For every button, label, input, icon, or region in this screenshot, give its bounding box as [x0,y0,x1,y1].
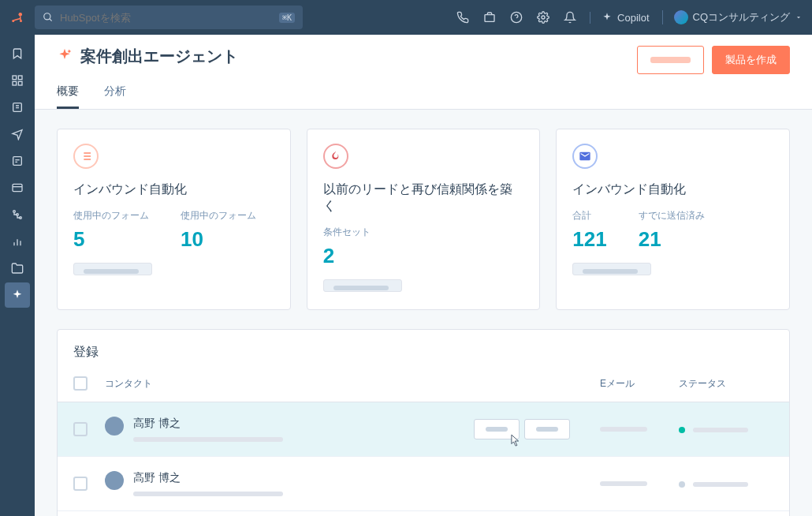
phone-icon[interactable] [456,10,470,24]
search-shortcut: ⌘K [279,13,295,23]
card-footer-placeholder [73,263,152,275]
tab-分析[interactable]: 分析 [104,77,126,109]
sidebar-crm[interactable] [5,95,30,120]
envelope-icon [572,144,598,169]
sparkle-icon [602,12,613,23]
sidebar-ai-agent[interactable] [5,282,30,308]
col-header-status: ステータス [679,377,773,391]
row-action-button[interactable] [524,419,570,439]
row-action-button[interactable] [474,419,520,439]
page-title: 案件創出エージェント [80,46,238,67]
sidebar-reporting[interactable] [5,229,30,254]
sidebar-marketing[interactable] [5,122,30,147]
sparkle-icon [57,47,73,66]
account-avatar [674,10,688,24]
row-checkbox[interactable] [73,477,88,491]
account-label: CQコンサルティング [693,10,791,24]
card-title: 以前のリードと再び信頼関係を築く [323,181,524,215]
copilot-button[interactable]: Copilot [590,12,649,24]
card-footer-placeholder [323,279,402,292]
summary-card[interactable]: インバウンド自動化使用中のフォーム5使用中のフォーム10 [57,129,291,310]
status-placeholder [693,482,748,487]
card-footer-placeholder [572,263,651,275]
marketplace-icon[interactable] [482,10,497,24]
stat-label: 使用中のフォーム [181,209,256,222]
account-menu[interactable]: CQコンサルティング [662,10,803,24]
svg-line-4 [50,19,52,21]
svg-rect-5 [485,15,494,22]
global-search[interactable]: ⌘K [35,6,303,29]
status-dot [679,427,685,433]
row-checkbox[interactable] [73,422,88,436]
stat-value: 21 [639,227,705,252]
stat-label: すでに送信済み [639,209,705,222]
search-input[interactable] [60,12,273,24]
svg-rect-12 [18,81,22,85]
sidebar-content[interactable] [5,148,30,174]
status-placeholder [693,428,748,432]
contact-subtitle-placeholder [133,492,283,496]
sidebar-workspaces[interactable] [5,68,30,93]
table-row[interactable]: 高野 博之 [58,511,789,516]
chevron-down-icon [795,13,803,21]
stat-value: 2 [323,244,371,268]
sidebar-library[interactable] [5,256,30,281]
select-all-checkbox[interactable] [73,376,88,391]
create-product-button[interactable]: 製品を作成 [712,46,790,74]
notifications-icon[interactable] [563,10,577,24]
sidebar-bookmark[interactable] [5,41,30,66]
contact-avatar [105,471,124,490]
card-title: インバウンド自動化 [572,181,773,198]
stat-label: 使用中のフォーム [73,209,149,222]
table-row[interactable]: 高野 博之 [58,457,789,511]
svg-rect-11 [13,81,17,85]
contact-name: 高野 博之 [133,471,283,485]
hubspot-logo[interactable] [9,9,25,25]
table-title: 登録 [58,344,789,365]
card-title: インバウンド自動化 [73,181,274,198]
contact-name: 高野 博之 [133,417,283,431]
stat-label: 条件セット [323,226,371,239]
stat-value: 121 [572,227,606,252]
search-icon [43,12,54,23]
svg-rect-17 [13,184,22,191]
summary-card[interactable]: インバウンド自動化合計121すでに送信済み21 [556,129,790,310]
settings-icon[interactable] [536,10,550,24]
sidebar-commerce[interactable] [5,175,30,200]
col-header-contact: コンタクト [105,377,474,391]
header-secondary-button[interactable] [637,46,704,74]
stat-value: 10 [181,227,256,252]
copilot-label: Copilot [617,12,649,24]
svg-rect-10 [18,76,22,80]
svg-rect-14 [13,157,22,166]
contact-subtitle-placeholder [133,437,283,442]
tab-概要[interactable]: 概要 [57,77,79,109]
table-row[interactable]: 高野 博之 [58,402,789,457]
help-icon[interactable] [509,10,523,24]
email-placeholder [600,427,647,432]
sidebar-automation[interactable] [5,202,30,227]
col-header-email: Eメール [600,377,679,391]
sidebar-nav [0,35,35,516]
svg-rect-9 [13,76,17,80]
svg-point-8 [542,16,545,19]
summary-card[interactable]: 以前のリードと再び信頼関係を築く条件セット2 [307,129,541,310]
status-dot [679,481,685,488]
svg-point-0 [19,13,23,17]
svg-point-19 [13,211,16,213]
list-icon [73,144,99,169]
svg-point-3 [44,13,50,20]
stat-label: 合計 [572,209,606,222]
stat-value: 5 [73,227,149,252]
contact-avatar [105,417,124,436]
fire-icon [323,144,348,169]
email-placeholder [600,481,647,486]
